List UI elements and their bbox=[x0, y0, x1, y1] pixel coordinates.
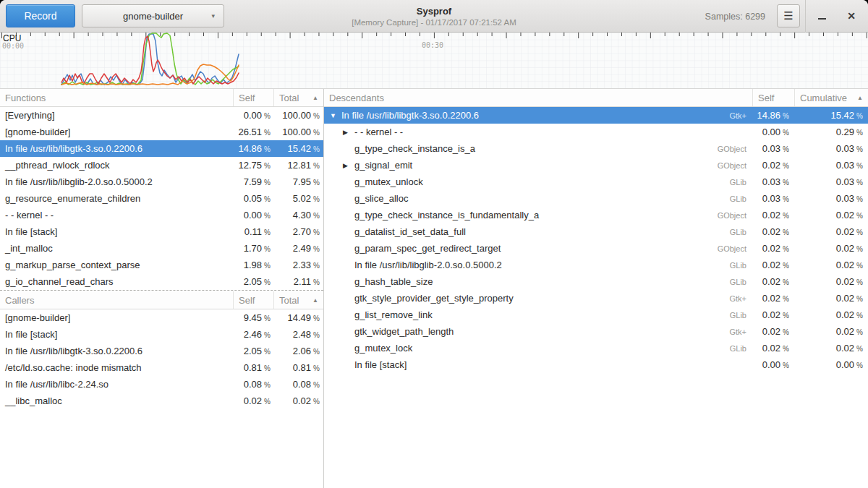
function-row[interactable]: g_markup_parse_context_parse1.98%2.33% bbox=[0, 257, 323, 273]
function-row[interactable]: _int_malloc1.70%2.49% bbox=[0, 240, 323, 257]
library-tag: GObject bbox=[713, 145, 752, 153]
percent-value: 26.51 bbox=[239, 127, 263, 137]
function-row[interactable]: g_io_channel_read_chars2.05%2.11% bbox=[0, 273, 323, 290]
symbol-name: g_resource_enumerate_children bbox=[0, 193, 233, 204]
percent-value: 0.03 bbox=[836, 143, 854, 154]
symbol-name: gtk_style_provider_get_style_property bbox=[354, 293, 514, 304]
descendant-row[interactable]: gtk_widget_path_lengthGtk+0.02%0.02% bbox=[324, 323, 868, 340]
symbol-name-cell: g_datalist_id_set_data_fullGLib bbox=[324, 226, 752, 237]
descendant-row[interactable]: gtk_style_provider_get_style_propertyGtk… bbox=[324, 290, 868, 307]
function-row[interactable]: [Everything]0.00%100.00% bbox=[0, 107, 323, 124]
percent-value: 2.46 bbox=[244, 329, 262, 340]
function-row[interactable]: In file /usr/lib/libgtk-3.so.0.2200.614.… bbox=[0, 140, 323, 157]
percent-sign: % bbox=[313, 145, 320, 153]
descendant-row[interactable]: g_type_check_instance_is_aGObject0.03%0.… bbox=[324, 140, 868, 157]
caller-row[interactable]: In file /usr/lib/libc-2.24.so0.08%0.08% bbox=[0, 376, 323, 393]
percent-value: 0.02 bbox=[836, 309, 854, 320]
caller-row[interactable]: __libc_malloc0.02%0.02% bbox=[0, 393, 323, 409]
symbol-name: In file /usr/lib/libglib-2.0.so.0.5000.2 bbox=[0, 176, 233, 187]
percent-value: 0.02 bbox=[762, 293, 780, 304]
percent-sign: % bbox=[313, 381, 320, 389]
descendant-row[interactable]: In file /usr/lib/libglib-2.0.so.0.5000.2… bbox=[324, 257, 868, 273]
percent-sign: % bbox=[264, 145, 271, 153]
percent-value: 1.70 bbox=[244, 243, 262, 254]
percent-value: 0.02 bbox=[762, 326, 780, 337]
percent-sign: % bbox=[856, 278, 863, 286]
process-selector-value: gnome-builder bbox=[123, 11, 183, 22]
descendant-row[interactable]: g_mutex_lockGLib0.02%0.02% bbox=[324, 340, 868, 356]
functions-self-column-header[interactable]: Self bbox=[233, 89, 273, 106]
percent-sign: % bbox=[264, 364, 271, 372]
self-percent: 1.70% bbox=[233, 243, 273, 254]
symbol-name-cell: ▶- - kernel - - bbox=[324, 127, 752, 137]
function-row[interactable]: g_resource_enumerate_children0.05%5.02% bbox=[0, 190, 323, 207]
descendant-row[interactable]: g_hash_table_sizeGLib0.02%0.02% bbox=[324, 273, 868, 290]
close-button[interactable]: ✕ bbox=[841, 4, 862, 27]
percent-value: 2.05 bbox=[244, 276, 262, 287]
app-title: Sysprof bbox=[417, 6, 451, 17]
expander-open-icon[interactable]: ▼ bbox=[330, 112, 341, 119]
descendant-row[interactable]: ▶g_signal_emitGObject0.02%0.03% bbox=[324, 157, 868, 174]
descendant-row[interactable]: g_slice_allocGLib0.03%0.03% bbox=[324, 190, 868, 207]
percent-value: 9.45 bbox=[244, 312, 262, 323]
process-selector[interactable]: gnome-builder ▾ bbox=[82, 4, 224, 27]
symbol-name: g_param_spec_get_redirect_target bbox=[354, 243, 501, 254]
function-row[interactable]: In file /usr/lib/libglib-2.0.so.0.5000.2… bbox=[0, 174, 323, 190]
descendant-row[interactable]: g_list_remove_linkGLib0.02%0.02% bbox=[324, 307, 868, 323]
descendant-row[interactable]: ▶- - kernel - -0.00%0.29% bbox=[324, 124, 868, 140]
symbol-name: g_datalist_id_set_data_full bbox=[354, 226, 466, 237]
descendants-tree: ▼In file /usr/lib/libgtk-3.so.0.2200.6Gt… bbox=[324, 107, 868, 373]
descendant-row[interactable]: g_type_check_instance_is_fundamentally_a… bbox=[324, 207, 868, 223]
record-button[interactable]: Record bbox=[6, 4, 75, 27]
function-row[interactable]: [gnome-builder]26.51%100.00% bbox=[0, 124, 323, 140]
percent-sign: % bbox=[856, 228, 863, 236]
percent-value: 0.02 bbox=[762, 243, 780, 254]
symbol-name: /etc/ld.so.cache: inode mismatch bbox=[0, 362, 233, 373]
percent-value: 0.02 bbox=[293, 395, 311, 406]
percent-value: 0.08 bbox=[244, 379, 262, 390]
percent-sign: % bbox=[783, 212, 789, 220]
descendants-cumulative-column-header[interactable]: Cumulative ▲ bbox=[794, 89, 868, 106]
descendant-row[interactable]: ▼In file /usr/lib/libgtk-3.so.0.2200.6Gt… bbox=[324, 107, 868, 124]
self-percent: 14.86% bbox=[752, 110, 794, 121]
percent-sign: % bbox=[313, 112, 320, 120]
function-row[interactable]: - - kernel - -0.00%4.30% bbox=[0, 207, 323, 223]
callers-self-column-header[interactable]: Self bbox=[233, 291, 273, 309]
percent-sign: % bbox=[313, 129, 320, 137]
expander-closed-icon[interactable]: ▶ bbox=[343, 162, 354, 169]
descendant-row[interactable]: g_datalist_id_set_data_fullGLib0.02%0.02… bbox=[324, 223, 868, 240]
expander-closed-icon[interactable]: ▶ bbox=[343, 129, 354, 136]
descendant-row[interactable]: g_param_spec_get_redirect_targetGObject0… bbox=[324, 240, 868, 257]
total-percent: 100.00% bbox=[273, 110, 323, 121]
caller-row[interactable]: In file /usr/lib/libgtk-3.so.0.2200.62.0… bbox=[0, 343, 323, 359]
caller-row[interactable]: /etc/ld.so.cache: inode mismatch0.81%0.8… bbox=[0, 359, 323, 376]
symbol-name-cell: ▼In file /usr/lib/libgtk-3.so.0.2200.6Gt… bbox=[324, 110, 752, 121]
callers-column-header[interactable]: Callers bbox=[0, 291, 233, 309]
percent-sign: % bbox=[264, 228, 271, 236]
descendant-row[interactable]: In file [stack]0.00%0.00% bbox=[324, 356, 868, 373]
percent-value: 5.02 bbox=[293, 193, 311, 204]
percent-sign: % bbox=[856, 295, 863, 303]
percent-sign: % bbox=[264, 278, 271, 286]
timeline-mid-label: 00:30 bbox=[422, 41, 443, 49]
caller-row[interactable]: In file [stack]2.46%2.48% bbox=[0, 326, 323, 343]
cpu-graph[interactable]: CPU 00:00 00:30 bbox=[0, 33, 868, 88]
functions-column-header[interactable]: Functions bbox=[0, 89, 233, 106]
function-row[interactable]: In file [stack]0.11%2.70% bbox=[0, 223, 323, 240]
total-percent: 100.00% bbox=[273, 127, 323, 137]
descendant-row[interactable]: g_mutex_unlockGLib0.03%0.03% bbox=[324, 174, 868, 190]
descendants-self-column-header[interactable]: Self bbox=[752, 89, 794, 106]
percent-sign: % bbox=[856, 312, 863, 320]
callers-total-column-header[interactable]: Total ▲ bbox=[273, 291, 323, 309]
menu-button[interactable]: ☰ bbox=[777, 4, 800, 27]
caller-row[interactable]: [gnome-builder]9.45%14.49% bbox=[0, 309, 323, 326]
self-percent: 9.45% bbox=[233, 312, 273, 323]
minimize-button[interactable] bbox=[811, 4, 833, 27]
descendants-column-header[interactable]: Descendants bbox=[324, 89, 752, 106]
percent-sign: % bbox=[264, 195, 271, 203]
function-row[interactable]: __pthread_rwlock_rdlock12.75%12.81% bbox=[0, 157, 323, 174]
percent-sign: % bbox=[783, 361, 789, 369]
functions-total-column-header[interactable]: Total ▲ bbox=[273, 89, 323, 106]
cumulative-percent: 0.03% bbox=[794, 176, 868, 187]
total-percent: 2.11% bbox=[273, 276, 323, 287]
